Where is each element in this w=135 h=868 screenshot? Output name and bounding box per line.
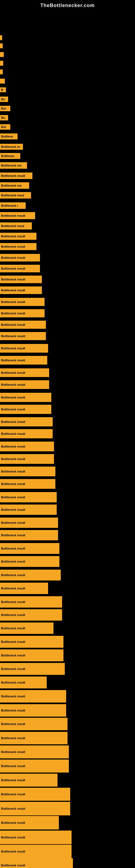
bar-item: Bottleneck result [0, 745, 69, 758]
bar-item: Bot [0, 106, 10, 111]
bar-item: B [0, 87, 6, 92]
bar-item: Bottleneck result [0, 596, 62, 608]
bar-item: Bottleneck result [0, 690, 66, 703]
bar-item: Bottleneck result [0, 454, 54, 464]
bar-item: Bottleneck result [0, 718, 68, 730]
bar-item: Bottleneck result [0, 732, 68, 744]
bar-item: Bottleneck result [0, 212, 35, 219]
bar-item: Bottleneck result [0, 429, 53, 438]
bar-item: Bottleneck result [0, 518, 58, 528]
bar-item: Bottleneck r [0, 203, 26, 209]
bar-item: Bottleneck result [0, 858, 73, 868]
bar-item: Bottleneck result [0, 380, 49, 389]
bar-item: Bottleneck result [0, 774, 57, 786]
bar-item: Bottleneck result [0, 286, 42, 294]
bar-item: Bottleneck result [0, 788, 70, 801]
bar-item: Bottleneck result [0, 243, 37, 250]
bar-item: Bottleneck result [0, 276, 42, 283]
site-title: TheBottlenecker.com [0, 0, 135, 10]
bar-item: Bottleneck result [0, 442, 54, 452]
bar-item: Bottleneck result [0, 321, 46, 329]
bar-item: Bottleneck result [0, 530, 58, 540]
bar-item [0, 52, 4, 57]
bar-item: Bottleneck result [0, 609, 62, 621]
bar-item: Bottleneck re [0, 144, 23, 150]
bar-item: Bottleneck result [0, 845, 72, 858]
bar-item: Bottleneck result [0, 663, 65, 675]
bar-item: Bottleneck result [0, 831, 72, 844]
bar-item: Bottleneck result [0, 816, 59, 830]
bar-item: Bottleneck result [0, 636, 63, 648]
bar-item: Bottlene [0, 133, 17, 140]
bar-item: Bottleneck result [0, 356, 47, 365]
bar-item: Bottleneck result [0, 173, 32, 179]
bar-item [0, 35, 2, 40]
chart-area: TheBottlenecker.com BBoBotBoBotBottleneB… [0, 0, 135, 868]
bar-item: Bottleneck resul [0, 192, 31, 198]
bar-item: Bottleneck result [0, 417, 53, 426]
bar-item: Bottleneck resul [0, 222, 32, 229]
bar-item: Bottleneck result [0, 265, 40, 272]
bar-item: Bottleneck result [0, 677, 47, 688]
bar-item: Bottleneck result [0, 649, 63, 661]
bar-item: Bottleneck result [0, 393, 51, 402]
bar-item: Bottleneck result [0, 492, 57, 502]
bar-item: Bottleneck result [0, 344, 48, 352]
bar-item: Bottleneck res [0, 182, 29, 189]
bar-item: Bottleneck result [0, 405, 51, 414]
bar-item: Bottleneck result [0, 368, 49, 377]
bar-item: Bot [0, 124, 10, 130]
bar-item [0, 43, 3, 48]
bar-item [0, 69, 3, 74]
bar-item: Bottleneck result [0, 504, 57, 515]
bar-item: Bottleneck result [0, 622, 53, 634]
bar-item: Bottleneck result [0, 467, 55, 476]
bar-item: Bottleneck result [0, 556, 59, 567]
bar-item: Bottlenec [0, 153, 20, 159]
bar-item: Bottleneck result [0, 760, 69, 773]
bar-item: Bottleneck result [0, 254, 40, 261]
bar-item: Bottleneck result [0, 309, 45, 317]
bar-item: Bottleneck result [0, 583, 48, 594]
bar-item [0, 79, 5, 84]
bar-item: Bottleneck result [0, 802, 70, 815]
bar-item [0, 61, 3, 66]
bar-item: Bo [0, 115, 8, 120]
bar-item: Bottleneck res [0, 162, 27, 169]
bar-item: Bottleneck result [0, 332, 46, 340]
bar-item: Bottleneck result [0, 298, 45, 306]
bar-item: Bottleneck result [0, 704, 66, 717]
bar-item: Bottleneck result [0, 543, 59, 554]
bar-item: Bottleneck result [0, 233, 37, 240]
bar-item: Bottleneck result [0, 479, 55, 489]
bar-item: Bo [0, 97, 8, 102]
bar-item: Bottleneck result [0, 569, 61, 581]
